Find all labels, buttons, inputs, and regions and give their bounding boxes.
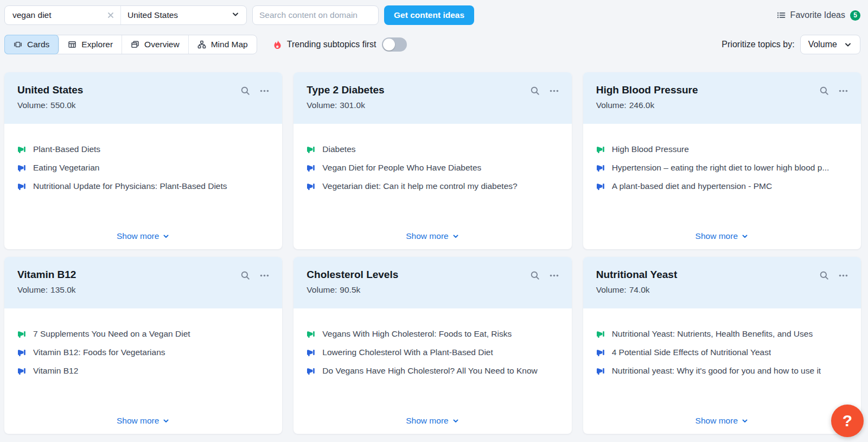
topic-item-label: Hypertension – eating the right diet to … [612, 162, 829, 173]
chevron-down-icon [452, 232, 459, 240]
top-toolbar: United States Get content ideas Favorite… [4, 5, 860, 25]
search-icon[interactable] [530, 270, 540, 280]
domain-search-wrap [252, 5, 379, 25]
card-volume: Volume: 135.0k [17, 285, 76, 295]
show-more-link[interactable]: Show more [695, 231, 749, 249]
search-icon[interactable] [819, 270, 829, 280]
domain-search-input[interactable] [253, 10, 378, 20]
topic-card-high-blood-pressure: High Blood Pressure Volume: 246.0k High … [583, 72, 861, 249]
topic-item[interactable]: 4 Potential Side Effects of Nutritional … [596, 346, 848, 358]
favorite-ideas-label: Favorite Ideas [790, 10, 845, 20]
help-button[interactable]: ? [831, 405, 864, 437]
topic-research-app: United States Get content ideas Favorite… [0, 0, 868, 442]
toggle-knob [383, 39, 395, 50]
search-icon[interactable] [240, 270, 250, 280]
topic-item[interactable]: 7 Supplements You Need on a Vegan Diet [17, 328, 269, 339]
card-title: Type 2 Diabetes [307, 84, 384, 96]
trending-toggle[interactable] [382, 37, 407, 52]
more-options-icon[interactable] [260, 86, 269, 96]
keyword-input[interactable] [11, 10, 106, 21]
topic-item[interactable]: Vegetarian diet: Can it help me control … [307, 180, 558, 192]
topic-item[interactable]: Lowering Cholesterol With a Plant-Based … [307, 346, 558, 358]
chevron-down-icon [844, 40, 852, 49]
favorite-ideas-button[interactable]: Favorite Ideas 5 [776, 10, 860, 21]
tab-cards[interactable]: Cards [4, 35, 59, 54]
fire-icon [271, 40, 282, 49]
topic-card-nutritional-yeast: Nutritional Yeast Volume: 74.0k Nutritio… [583, 257, 861, 434]
topic-item[interactable]: Nutritional Yeast: Nutrients, Health Ben… [596, 328, 848, 339]
country-select-value: United States [127, 10, 178, 20]
topic-item[interactable]: Vegans With High Cholesterol: Foods to E… [307, 328, 558, 339]
topic-item-label: Diabetes [322, 143, 355, 155]
card-volume: Volume: 90.5k [307, 285, 398, 295]
megaphone-icon [596, 145, 605, 154]
megaphone-icon [596, 163, 605, 172]
topic-item-label: Nutritional yeast: Why it's good for you… [612, 365, 821, 376]
prioritize-select-value: Volume [808, 40, 837, 49]
topic-item[interactable]: Nutritional Update for Physicians: Plant… [17, 180, 269, 192]
prioritize-select[interactable]: Volume [800, 35, 860, 54]
topic-item[interactable]: Do Vegans Have High Cholesterol? All You… [307, 365, 558, 376]
show-more-link[interactable]: Show more [406, 416, 459, 434]
trending-subtopics-control: Trending subtopics first [271, 37, 407, 52]
topic-item-label: Lowering Cholesterol With a Plant-Based … [322, 346, 493, 358]
prioritize-control: Prioritize topics by: Volume [722, 35, 860, 54]
show-more-link[interactable]: Show more [695, 416, 749, 434]
megaphone-icon [307, 145, 315, 154]
search-icon[interactable] [819, 86, 829, 96]
topic-item-label: High Blood Pressure [612, 143, 689, 155]
more-options-icon[interactable] [839, 271, 848, 280]
clear-keyword-icon[interactable] [106, 11, 115, 20]
megaphone-icon [307, 367, 315, 375]
megaphone-icon [307, 348, 315, 357]
topic-item-label: Vegetarian diet: Can it help me control … [322, 180, 517, 192]
show-more-link[interactable]: Show more [406, 231, 459, 249]
megaphone-icon [596, 348, 605, 357]
megaphone-icon [596, 182, 605, 191]
search-icon[interactable] [240, 86, 250, 96]
more-options-icon[interactable] [550, 86, 559, 96]
more-options-icon[interactable] [839, 86, 848, 96]
view-tabs: Cards Explorer Overview Mind Map [4, 35, 257, 54]
card-title: Vitamin B12 [17, 269, 76, 281]
topic-item[interactable]: Vegan Diet for People Who Have Diabetes [307, 162, 558, 173]
topic-card-cholesterol-levels: Cholesterol Levels Volume: 90.5k Vegans … [293, 257, 571, 434]
tab-explorer[interactable]: Explorer [59, 35, 122, 54]
country-select[interactable]: United States [121, 6, 246, 24]
topic-item[interactable]: High Blood Pressure [596, 143, 848, 155]
topic-item[interactable]: Plant-Based Diets [17, 143, 269, 155]
megaphone-icon [17, 367, 26, 375]
card-header: Vitamin B12 Volume: 135.0k [4, 257, 282, 308]
topic-item[interactable]: Nutritional yeast: Why it's good for you… [596, 365, 848, 376]
topic-item-label: Nutritional Yeast: Nutrients, Health Ben… [612, 328, 813, 339]
topic-item[interactable]: A plant-based diet and hypertension - PM… [596, 180, 848, 192]
topic-card-type-2-diabetes: Type 2 Diabetes Volume: 301.0k Diabetes [293, 72, 571, 249]
show-more-link[interactable]: Show more [117, 231, 170, 249]
topic-item-label: Do Vegans Have High Cholesterol? All You… [322, 365, 537, 376]
card-header: Nutritional Yeast Volume: 74.0k [583, 257, 861, 308]
more-options-icon[interactable] [550, 271, 559, 280]
topic-item-label: Eating Vegetarian [33, 162, 99, 173]
topic-item[interactable]: Vitamin B12 [17, 365, 269, 376]
tab-mind-map[interactable]: Mind Map [189, 35, 257, 54]
more-options-icon[interactable] [260, 271, 269, 280]
topic-item[interactable]: Diabetes [307, 143, 558, 155]
megaphone-icon [596, 330, 605, 338]
topic-item[interactable]: Hypertension – eating the right diet to … [596, 162, 848, 173]
get-content-ideas-button[interactable]: Get content ideas [384, 5, 474, 25]
megaphone-icon [307, 163, 315, 172]
search-icon[interactable] [530, 86, 540, 96]
megaphone-icon [17, 182, 26, 191]
chevron-down-icon [162, 232, 170, 240]
chevron-down-icon [162, 417, 170, 425]
table-icon [68, 40, 76, 49]
card-header: High Blood Pressure Volume: 246.0k [583, 72, 861, 124]
tab-overview[interactable]: Overview [122, 35, 189, 54]
topic-item[interactable]: Eating Vegetarian [17, 162, 269, 173]
show-more-link[interactable]: Show more [117, 416, 170, 434]
megaphone-icon [17, 145, 26, 154]
trending-subtopics-label: Trending subtopics first [287, 40, 376, 49]
megaphone-icon [307, 330, 315, 338]
topic-item[interactable]: Vitamin B12: Foods for Vegetarians [17, 346, 269, 358]
view-toolbar: Cards Explorer Overview Mind Map [4, 35, 860, 54]
